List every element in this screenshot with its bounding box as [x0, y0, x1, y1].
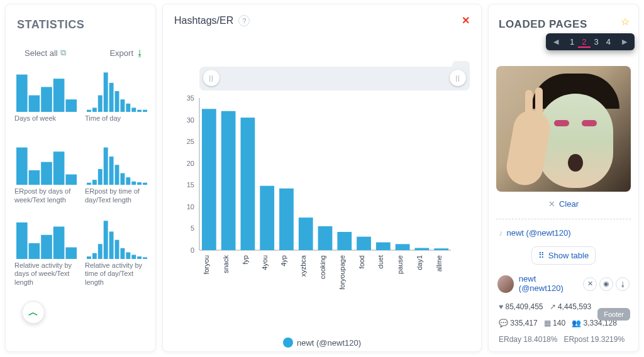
page-number[interactable]: 1: [566, 37, 578, 47]
stat-thumbnail[interactable]: ERpost by time of day/Text length: [85, 140, 150, 205]
svg-rect-21: [87, 183, 91, 185]
svg-text:xyzbca: xyzbca: [299, 255, 307, 277]
scroll-up-button[interactable]: ︿: [22, 301, 45, 324]
stat-thumbnail[interactable]: ERpost by days of week/Text length: [14, 140, 80, 205]
svg-rect-14: [137, 110, 142, 112]
video-icon: ▦: [544, 319, 551, 327]
stat-thumbnail[interactable]: Relative activity by days of week/Text l…: [14, 214, 80, 287]
svg-rect-23: [98, 169, 103, 185]
bar[interactable]: [279, 189, 294, 250]
svg-rect-30: [137, 182, 142, 185]
remove-account-button[interactable]: ✕: [583, 277, 597, 291]
svg-text:fyp: fyp: [242, 255, 249, 265]
page-next-icon[interactable]: ▶: [618, 38, 631, 46]
svg-rect-38: [92, 253, 97, 258]
svg-text:foryou: foryou: [203, 255, 210, 275]
share-icon: ↗: [550, 302, 556, 311]
bar[interactable]: [396, 244, 410, 250]
export-button[interactable]: Export ⭳: [109, 48, 144, 58]
svg-rect-46: [137, 256, 142, 259]
tiktok-icon: ♪: [499, 228, 503, 238]
svg-text:35: 35: [187, 94, 194, 102]
svg-rect-13: [131, 107, 136, 112]
bar[interactable]: [221, 111, 236, 250]
svg-text:4yp: 4yp: [280, 255, 287, 266]
bar[interactable]: [318, 226, 333, 250]
download-account-button[interactable]: ⭳: [616, 277, 630, 291]
svg-text:5: 5: [191, 224, 194, 232]
show-table-button[interactable]: ⠿ Show table: [531, 246, 596, 265]
page-number[interactable]: 4: [602, 37, 614, 47]
svg-rect-20: [65, 175, 77, 185]
page-selector[interactable]: ◀ 1234 ▶: [546, 33, 635, 50]
stat-thumbnail-label: Time of day: [85, 114, 150, 131]
svg-rect-33: [29, 243, 40, 258]
svg-text:cooking: cooking: [319, 255, 326, 279]
bar[interactable]: [202, 109, 216, 250]
svg-rect-31: [143, 183, 147, 185]
grid-icon: ⠿: [538, 251, 545, 260]
bar[interactable]: [414, 248, 429, 250]
stat-thumbnail-label: ERpost by days of week/Text length: [14, 187, 80, 205]
bar[interactable]: [241, 118, 255, 250]
comment-icon: 💬: [499, 319, 508, 327]
svg-rect-4: [65, 99, 77, 112]
range-slider[interactable]: || ||: [199, 67, 470, 91]
svg-rect-41: [109, 231, 114, 259]
chart-legend: newt (@newt120): [174, 335, 470, 348]
svg-rect-15: [143, 110, 147, 112]
account-row: newt (@newt120) ✕ ◉ ⭳: [496, 272, 631, 296]
svg-rect-36: [65, 247, 77, 258]
svg-text:day1: day1: [416, 255, 423, 270]
loaded-pages-title: LOADED PAGES: [499, 18, 631, 31]
bar[interactable]: [434, 248, 448, 250]
page-number[interactable]: 2: [578, 37, 590, 48]
stat-thumbnail[interactable]: Time of day: [85, 67, 150, 131]
help-icon[interactable]: ?: [238, 15, 250, 26]
stat-thumbnail[interactable]: Relative activity by time of day/Text le…: [85, 214, 150, 287]
svg-rect-24: [104, 148, 108, 185]
account-name[interactable]: newt (@newt120): [519, 275, 578, 294]
page-number[interactable]: 3: [591, 37, 602, 47]
svg-rect-25: [109, 157, 114, 185]
favorite-icon[interactable]: ☆: [621, 16, 630, 28]
svg-rect-26: [115, 165, 119, 185]
slider-handle-right[interactable]: ||: [450, 70, 466, 86]
svg-rect-35: [53, 226, 65, 258]
bar[interactable]: [299, 217, 313, 250]
bar[interactable]: [376, 243, 391, 250]
svg-rect-44: [126, 252, 130, 259]
svg-rect-39: [98, 244, 103, 259]
svg-rect-28: [126, 177, 130, 185]
stat-thumbnail-label: Days of week: [14, 114, 80, 131]
svg-rect-18: [41, 162, 52, 185]
download-icon: ⭳: [619, 280, 626, 288]
chart-title: Hashtags/ER: [174, 15, 233, 26]
account-handle[interactable]: ♪ newt (@newt120): [496, 227, 631, 239]
bar[interactable]: [357, 237, 371, 250]
close-icon: ✕: [548, 199, 555, 209]
stat-thumbnail[interactable]: Days of week: [14, 67, 80, 131]
slider-handle-left[interactable]: ||: [203, 70, 219, 86]
eye-icon: ◉: [603, 280, 609, 288]
select-all-button[interactable]: Select all ⧉: [25, 48, 66, 58]
svg-rect-2: [41, 87, 52, 112]
svg-rect-45: [131, 255, 136, 259]
svg-text:10: 10: [187, 203, 194, 211]
bar[interactable]: [260, 186, 274, 250]
statistics-panel: STATISTICS Select all ⧉ Export ⭳ Days of…: [5, 4, 156, 352]
bar[interactable]: [337, 232, 352, 250]
page-prev-icon[interactable]: ◀: [550, 38, 562, 46]
close-button[interactable]: ✕: [462, 14, 470, 26]
svg-text:duet: duet: [377, 255, 384, 268]
chart-panel: Hashtags/ER ? ✕ ☁ || || 05101520253035fo…: [162, 4, 482, 352]
svg-text:25: 25: [187, 138, 194, 145]
bar-chart: 05101520253035foryousnackfyp4you4ypxyzbc…: [174, 94, 455, 289]
svg-rect-43: [120, 248, 125, 258]
stat-thumbnail-label: Relative activity by days of week/Text l…: [14, 261, 80, 287]
svg-text:food: food: [358, 255, 365, 268]
svg-rect-3: [53, 79, 65, 112]
svg-rect-0: [16, 75, 28, 112]
clear-button[interactable]: ✕ Clear: [496, 197, 631, 211]
view-account-button[interactable]: ◉: [599, 277, 613, 291]
